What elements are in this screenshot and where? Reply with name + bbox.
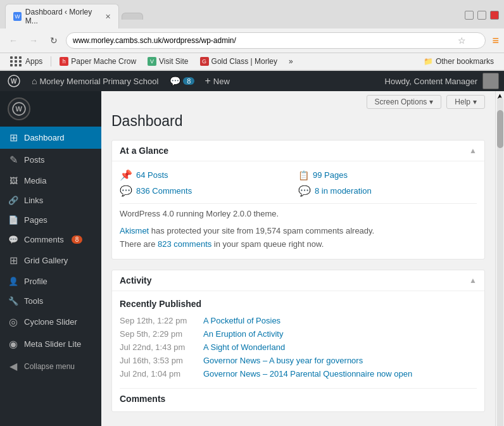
activity-list: Sep 12th, 1:22 pm A Pocketful of Posies …	[120, 314, 477, 380]
scrollbar-thumb[interactable]	[497, 110, 503, 148]
sidebar-item-links[interactable]: 🔗 Links	[0, 191, 101, 210]
sidebar-item-grid-gallery[interactable]: ⊞ Grid Gallery	[0, 249, 101, 272]
posts-count-link[interactable]: 64 Posts	[136, 170, 168, 180]
help-label: Help	[455, 97, 470, 106]
apps-label: Apps	[25, 57, 42, 66]
at-a-glance-widget: At a Glance ▲ 📌 64 Posts 📋 99 Pages	[111, 140, 485, 260]
content-header: Screen Options ▾ Help ▾	[101, 91, 495, 113]
sidebar-item-collapse[interactable]: ◀ Collapse menu	[0, 355, 101, 377]
sidebar-item-profile[interactable]: 👤 Profile	[0, 272, 101, 291]
sidebar-item-comments[interactable]: 💬 Comments 8	[0, 230, 101, 249]
url-input[interactable]	[73, 36, 458, 45]
activity-link-3[interactable]: Governor News – A busy year for governor…	[203, 356, 363, 365]
activity-link-0[interactable]: A Pocketful of Posies	[203, 316, 280, 325]
bookmark-favicon-1: h	[60, 57, 68, 66]
address-bar[interactable]: ☆	[66, 32, 486, 49]
scrollbar[interactable]: ▲ ▼	[495, 91, 504, 426]
sidebar-cyclone-slider-label: Cyclone Slider	[24, 317, 77, 327]
profile-icon: 👤	[8, 277, 19, 286]
bookmark-visit-site[interactable]: V Visit Site	[142, 56, 193, 67]
window-minimize[interactable]	[465, 11, 474, 20]
admin-bar-right: Howdy, Content Manager	[380, 73, 499, 89]
new-plus-icon: +	[205, 75, 210, 87]
activity-link-4[interactable]: Governor News – 2014 Parental Questionna…	[203, 369, 412, 379]
sidebar-item-posts[interactable]: ✎ Posts	[0, 149, 101, 171]
window-close[interactable]	[490, 11, 499, 20]
comments-count-link[interactable]: 836 Comments	[136, 186, 192, 196]
bookmark-more[interactable]: »	[284, 56, 298, 67]
posts-icon: ✎	[8, 154, 19, 166]
wp-logo: W	[5, 72, 23, 90]
moderation-icon: 💬	[298, 185, 311, 197]
akismet-link[interactable]: Akismet	[120, 226, 149, 235]
activity-link-1[interactable]: An Eruption of Activity	[203, 329, 283, 339]
collapse-icon: ◀	[8, 360, 19, 372]
page-title: Dashboard	[101, 113, 495, 140]
pages-count-link[interactable]: 99 Pages	[313, 170, 348, 180]
activity-date-3: Jul 16th, 3:53 pm	[120, 356, 196, 365]
at-a-glance-toggle[interactable]: ▲	[469, 146, 477, 155]
bookmark-apps[interactable]: Apps	[5, 55, 47, 68]
admin-bar-comments[interactable]: 💬 8	[165, 76, 199, 86]
at-a-glance-body: 📌 64 Posts 📋 99 Pages 💬 836 Comments	[112, 161, 484, 259]
akismet-protected-text: has protected your site from 19,574 spam…	[149, 226, 374, 235]
bookmark-other-folder[interactable]: 📁 Other bookmarks	[419, 56, 499, 67]
wp-admin: W ⌂ Morley Memorial Primary School 💬 8 +…	[0, 71, 504, 426]
window-maximize[interactable]	[477, 11, 486, 20]
at-a-glance-title: At a Glance	[120, 146, 168, 156]
moderation-link[interactable]: 8 in moderation	[315, 186, 372, 196]
sidebar-item-meta-slider[interactable]: ◉ Meta Slider Lite	[0, 333, 101, 355]
scrollbar-track[interactable]	[497, 97, 503, 426]
sidebar-item-tools[interactable]: 🔧 Tools	[0, 291, 101, 311]
posts-count-icon: 📌	[120, 169, 132, 181]
bookmark-paper-mache[interactable]: h Paper Mache Crow	[54, 56, 141, 67]
spam-queue-link[interactable]: 823 comments	[158, 239, 211, 249]
bookmark-divider	[51, 56, 51, 66]
refresh-button[interactable]: ↻	[46, 32, 62, 49]
activity-date-4: Jul 2nd, 1:04 pm	[120, 369, 196, 379]
tab-close-button[interactable]: ✕	[105, 13, 111, 21]
sidebar-media-label: Media	[24, 176, 46, 185]
media-icon: 🖼	[8, 176, 19, 185]
comments-icon: 💬	[8, 235, 19, 244]
content-area: Screen Options ▾ Help ▾ Dashboard At a G…	[101, 91, 495, 426]
sidebar-collapse-label: Collapse menu	[24, 362, 75, 371]
admin-bar-new[interactable]: + New	[199, 75, 234, 87]
recently-published-section: Recently Published Sep 12th, 1:22 pm A P…	[120, 299, 477, 380]
sidebar-item-media[interactable]: 🖼 Media	[0, 171, 101, 191]
forward-button[interactable]: →	[25, 32, 42, 49]
svg-text:W: W	[11, 78, 17, 85]
browser-tab-inactive[interactable]	[122, 13, 143, 20]
akismet-there-are: There are	[120, 239, 158, 249]
tools-icon: 🔧	[8, 296, 19, 306]
help-button[interactable]: Help ▾	[446, 95, 485, 109]
scrollbar-top-arrow: ▲	[496, 91, 504, 96]
browser-tab-active[interactable]: W Dashboard ‹ Morley M... ✕	[5, 4, 119, 28]
sidebar-item-pages[interactable]: 📄 Pages	[0, 210, 101, 230]
bookmark-favicon-3: G	[200, 57, 209, 66]
bookmark-favicon-2: V	[148, 57, 156, 66]
bookmarks-bar: Apps h Paper Mache Crow V Visit Site G G…	[0, 53, 504, 70]
back-button[interactable]: ←	[5, 32, 22, 49]
activity-toggle[interactable]: ▲	[469, 276, 477, 285]
browser-nav: ← → ↻ ☆ ≡	[0, 28, 504, 53]
glance-grid: 📌 64 Posts 📋 99 Pages 💬 836 Comments	[120, 169, 477, 197]
sidebar-item-dashboard[interactable]: ⊞ Dashboard	[0, 127, 101, 149]
activity-item-1: Sep 5th, 2:29 pm An Eruption of Activity	[120, 327, 477, 341]
bookmark-gold-class[interactable]: G Gold Class | Morley	[195, 56, 282, 67]
activity-link-2[interactable]: A Sight of Wonderland	[203, 342, 285, 352]
bookmark-star-icon[interactable]: ☆	[458, 35, 466, 46]
admin-bar-site[interactable]: ⌂ Morley Memorial Primary School	[25, 76, 165, 86]
chrome-menu-icon[interactable]: ≡	[492, 34, 499, 47]
pages-count-icon: 📋	[298, 170, 309, 180]
sidebar-item-cyclone-slider[interactable]: ◎ Cyclone Slider	[0, 311, 101, 333]
bookmark-label-2: Visit Site	[159, 57, 188, 66]
tab-favicon: W	[13, 12, 22, 21]
activity-date-0: Sep 12th, 1:22 pm	[120, 316, 196, 325]
meta-slider-icon: ◉	[8, 338, 19, 350]
wp-info: WordPress 4.0 running Morley 2.0.0 theme…	[120, 203, 477, 218]
screen-options-button[interactable]: Screen Options ▾	[367, 95, 442, 109]
grid-gallery-icon: ⊞	[8, 254, 19, 266]
more-bookmarks-label: »	[289, 57, 293, 66]
site-name: Morley Memorial Primary School	[39, 77, 158, 86]
